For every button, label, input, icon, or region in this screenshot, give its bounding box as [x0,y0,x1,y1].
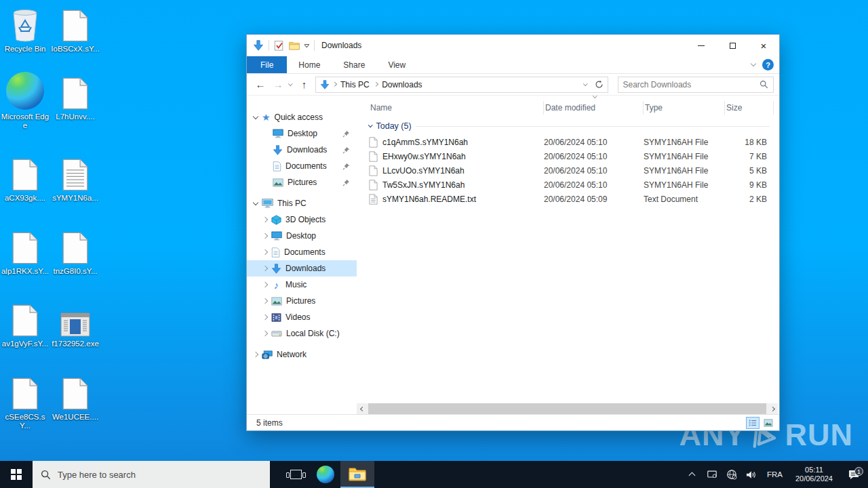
hidden-icons-chevron[interactable] [685,471,700,478]
chevron-right-icon[interactable] [262,314,268,320]
address-bar[interactable]: This PC Downloads [315,77,608,93]
new-folder-icon[interactable] [289,41,300,50]
desktop-icon-edge[interactable]: Microsoft Edge [0,68,50,130]
blank-file-icon [12,378,38,410]
sidebar-item-network[interactable]: Network [247,346,357,363]
titlebar[interactable]: Downloads × [247,35,779,56]
speaker-icon[interactable] [744,470,759,480]
search-icon[interactable] [760,80,768,89]
minimize-button[interactable] [686,35,717,56]
chevron-down-icon[interactable] [253,199,258,205]
taskbar-search[interactable]: Type here to search [33,461,270,488]
desktop-icon-file[interactable]: alp1RKX.sY... [0,226,50,276]
back-button[interactable]: ← [254,79,267,90]
tab-home[interactable]: Home [287,56,332,73]
collapse-group-chevron-icon[interactable] [368,123,372,127]
desktop-icon-file[interactable]: cSEe8CS.sY... [0,372,50,430]
clock-date: 20/06/2024 [795,474,833,483]
scroll-left-arrow[interactable] [357,403,368,414]
help-button[interactable]: ? [762,59,774,70]
desktop-icon-file[interactable]: We1UCEE.... [50,372,100,422]
file-row[interactable]: c1qAmmS.sYMY1N6ah 20/06/2024 05:10 SYMY1… [369,135,779,149]
chevron-right-icon[interactable] [262,217,268,222]
breadcrumb-chevron-icon[interactable] [374,82,378,86]
chevron-right-icon[interactable] [253,352,258,357]
file-row[interactable]: sYMY1N6ah.README.txt 20/06/2024 05:09 Te… [369,192,779,206]
display-icon[interactable] [705,470,719,479]
desktop-icon-recycle-bin[interactable]: Recycle Bin [0,4,50,54]
address-dropdown-chevron-icon[interactable] [583,81,587,85]
sidebar-item-pictures-pc[interactable]: Pictures [247,293,357,309]
chevron-right-icon[interactable] [262,331,268,336]
action-center-button[interactable]: 1 [842,469,865,480]
language-indicator[interactable]: FRA [764,470,786,479]
desktop-icon-exe[interactable]: f1732952.exe [50,299,100,348]
chevron-right-icon[interactable] [262,298,268,304]
search-box[interactable] [618,77,774,93]
search-input[interactable] [623,80,760,89]
up-button[interactable]: ↑ [298,79,311,90]
desktop-icon-file[interactable]: aCX93gk.... [0,153,50,203]
file-date: 20/06/2024 05:10 [544,152,644,161]
taskbar-clock[interactable]: 05:11 20/06/2024 [791,466,837,483]
breadcrumb-downloads[interactable]: Downloads [380,80,423,89]
chevron-right-icon[interactable] [262,249,268,255]
taskbar-edge-button[interactable] [311,461,340,488]
close-button[interactable]: × [748,35,779,56]
desktop-icon-text-file[interactable]: sYMY1N6a... [50,153,100,203]
scrollbar-thumb[interactable] [368,403,766,414]
file-row[interactable]: LLcvUOo.sYMY1N6ah 20/06/2024 05:10 SYMY1… [369,163,779,178]
file-row[interactable]: Tw5SxJN.sYMY1N6ah 20/06/2024 05:10 SYMY1… [369,178,779,192]
start-button[interactable] [0,461,33,488]
no-internet-globe-icon[interactable] [724,469,739,480]
sidebar-item-downloads[interactable]: Downloads [247,142,357,158]
column-header-name[interactable]: Name [369,101,544,115]
maximize-button[interactable] [717,35,748,56]
sidebar-item-quick-access[interactable]: ★ Quick access [247,109,357,125]
blank-file-icon [12,304,38,337]
chevron-down-icon[interactable] [253,113,258,119]
sidebar-item-music[interactable]: ♪ Music [247,277,357,293]
tab-file[interactable]: File [247,56,287,73]
file-name: LLcvUOo.sYMY1N6ah [382,166,465,176]
chevron-right-icon[interactable] [262,282,268,287]
breadcrumb-this-pc[interactable]: This PC [339,80,371,89]
taskbar-file-explorer-button[interactable] [340,461,374,488]
sidebar-item-downloads-pc[interactable]: Downloads [247,260,357,277]
sidebar-item-local-disk-c[interactable]: Local Disk (C:) [247,325,357,342]
group-header-today[interactable]: Today (5) [369,117,779,135]
sidebar-item-3d-objects[interactable]: 3D Objects [247,211,357,228]
tab-share[interactable]: Share [332,56,376,73]
sidebar-item-desktop[interactable]: Desktop [247,125,357,142]
desktop-icon-file[interactable]: tnzG8I0.sY... [50,226,100,276]
forward-button[interactable]: → [271,79,285,90]
scroll-right-arrow[interactable] [767,403,778,414]
column-header-date-modified[interactable]: Date modified [544,101,644,115]
desktop-icon-file[interactable]: IoBSCxX.sY... [50,4,100,54]
chevron-right-icon[interactable] [262,233,268,239]
sidebar-item-this-pc[interactable]: This PC [247,195,357,211]
details-view-button[interactable] [746,417,760,429]
refresh-button[interactable] [595,80,604,89]
column-header-type[interactable]: Type [644,101,725,115]
sidebar-item-documents[interactable]: Documents [247,158,357,174]
large-icons-view-button[interactable] [762,417,775,429]
desktop-icon-file[interactable]: av1gVyF.sY... [0,299,50,348]
column-header-size[interactable]: Size [725,101,774,115]
chevron-right-icon[interactable] [262,266,268,271]
customize-toolbar-chevron[interactable] [304,44,309,47]
desktop-icon-file[interactable]: L7hUnvv.... [50,72,100,121]
desktop-icon-label: f1732952.exe [52,340,99,348]
sidebar-item-documents-pc[interactable]: Documents [247,244,357,260]
sidebar-item-desktop-pc[interactable]: Desktop [247,228,357,244]
properties-check-icon[interactable] [274,40,284,51]
tab-view[interactable]: View [376,56,417,73]
recent-locations-chevron-icon[interactable] [288,81,292,85]
breadcrumb-chevron-icon[interactable] [332,82,336,86]
task-view-button[interactable] [281,461,311,488]
sidebar-item-videos[interactable]: Videos [247,309,357,325]
expand-ribbon-chevron-icon[interactable] [751,61,756,66]
horizontal-scrollbar[interactable] [357,403,778,414]
file-row[interactable]: EHxwy0w.sYMY1N6ah 20/06/2024 05:10 SYMY1… [369,149,779,163]
sidebar-item-pictures[interactable]: Pictures [247,174,357,190]
